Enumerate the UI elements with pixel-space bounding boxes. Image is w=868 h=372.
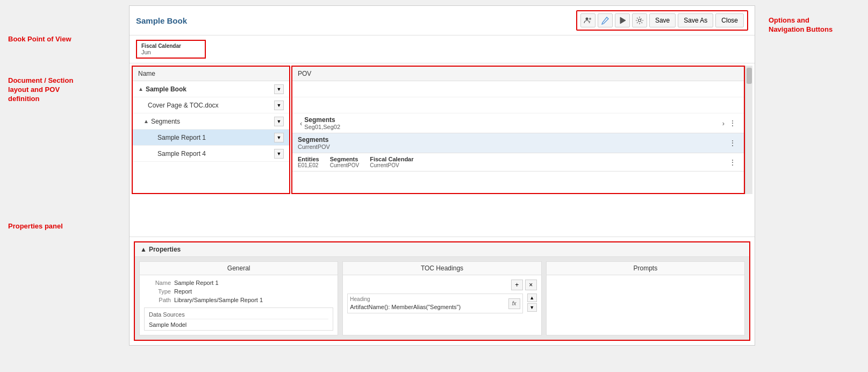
- prop-name-row: Name Sample Report 1: [144, 280, 333, 286]
- pov-segments-label-2: Segments: [298, 136, 727, 144]
- tree-item-sample-report-1: Sample Report 1: [157, 134, 206, 141]
- table-area: Name ▲ Sample Book ▼ Cover Page & TOC.do…: [132, 66, 752, 194]
- pov-segments-multi-item: Segments CurrentPOV: [330, 156, 359, 168]
- toc-heading-box: Heading ArtifactName(): MemberAlias("Seg…: [347, 294, 522, 313]
- pov-empty-row-1: [292, 81, 744, 97]
- toc-heading-row: Heading ArtifactName(): MemberAlias("Seg…: [347, 294, 536, 313]
- pov-empty-row-2: [292, 97, 744, 113]
- edit-icon-btn[interactable]: [598, 13, 613, 27]
- tree-item-segments: Segments: [151, 118, 180, 125]
- prop-type-row: Type Report: [144, 288, 333, 295]
- prop-path-row: Path Library/Samples/Sample Report 1: [144, 297, 333, 303]
- pov-segments-row-1: ‹ Segments Seg01,Seg02 › ⋮: [292, 113, 744, 133]
- pov-prev-arrow[interactable]: ‹: [298, 118, 304, 128]
- annotation-book-pov: Book Point of View: [8, 35, 116, 44]
- entities-label: Entities: [298, 156, 319, 162]
- row-dropdown-segments[interactable]: ▼: [274, 117, 284, 126]
- people-icon-btn[interactable]: [580, 13, 596, 27]
- toc-heading-label: Heading: [350, 296, 506, 302]
- tree-row[interactable]: Sample Report 4 ▼: [133, 146, 289, 162]
- row-dropdown-report1[interactable]: ▼: [274, 133, 284, 142]
- pov-value: Jun: [141, 49, 200, 55]
- gear-icon-btn[interactable]: [632, 13, 647, 27]
- pov-segments-value-2: CurrentPOV: [298, 144, 727, 150]
- pov-fiscal-multi-item: Fiscal Calendar CurrentPOV: [370, 156, 413, 168]
- pov-cell-content: Segments Seg01,Seg02: [304, 116, 720, 130]
- data-sources-label: Data Sources: [149, 310, 328, 319]
- prompts-header: Prompts: [547, 262, 744, 275]
- svg-point-0: [585, 18, 588, 20]
- properties-panel: ▲ Properties General Name Sample Report …: [134, 241, 750, 341]
- pov-label: Fiscal Calendar: [141, 43, 200, 49]
- left-annotations: Book Point of View Document / Section la…: [0, 0, 124, 372]
- type-label: Type: [144, 288, 171, 295]
- general-section: General Name Sample Report 1 Type Report…: [139, 261, 338, 335]
- main-content: Sample Book: [124, 0, 761, 372]
- pov-cell-content-2: Segments CurrentPOV: [298, 136, 727, 150]
- segments-multi-label: Segments: [330, 156, 359, 162]
- title-bar: Sample Book: [130, 6, 755, 35]
- annotation-options-nav: Options and Navigation Buttons: [769, 16, 860, 34]
- toc-up-button[interactable]: ▲: [527, 294, 537, 302]
- toc-remove-button[interactable]: ×: [525, 280, 537, 290]
- pov-segments-row-2: Segments CurrentPOV ⋮: [292, 133, 744, 153]
- name-label: Name: [144, 280, 171, 286]
- segments-multi-value: CurrentPOV: [330, 162, 359, 168]
- tree-item-cover-page: Cover Page & TOC.docx: [148, 102, 219, 109]
- name-column: Name ▲ Sample Book ▼ Cover Page & TOC.do…: [132, 66, 290, 194]
- path-label: Path: [144, 297, 171, 303]
- close-button[interactable]: Close: [715, 13, 744, 27]
- row-dropdown-report4[interactable]: ▼: [274, 149, 284, 159]
- pov-multi-cell: Entities E01,E02 Segments CurrentPOV Fis…: [298, 156, 727, 168]
- annotation-properties: Properties panel: [8, 222, 116, 231]
- data-sources-value: Sample Model: [149, 321, 328, 328]
- toc-header: TOC Headings: [343, 262, 541, 275]
- save-as-button[interactable]: Save As: [678, 13, 713, 27]
- right-annotations: Options and Navigation Buttons: [761, 0, 868, 372]
- row-dropdown-sample-book[interactable]: ▼: [274, 84, 284, 94]
- toc-body: + × Heading ArtifactName(): MemberAlias(…: [343, 275, 541, 318]
- toc-down-button[interactable]: ▼: [527, 303, 537, 312]
- general-body: Name Sample Report 1 Type Report Path Li…: [140, 275, 338, 335]
- pov-segments-value: Seg01,Seg02: [304, 124, 720, 130]
- play-icon-btn[interactable]: [615, 13, 630, 27]
- svg-point-1: [589, 18, 591, 20]
- tree-item-sample-book: Sample Book: [146, 85, 186, 93]
- pov-next-arrow[interactable]: ›: [720, 118, 727, 128]
- pov-column: POV ‹ Segments Seg01,Seg02 › ⋮: [291, 66, 745, 194]
- svg-point-3: [638, 19, 641, 22]
- toc-updown-buttons: ▲ ▼: [527, 294, 537, 312]
- pov-more-options-3[interactable]: ⋮: [727, 157, 738, 168]
- tree-arrow-segments: ▲: [144, 118, 149, 124]
- toolbar-buttons: Save Save As Close: [576, 10, 748, 31]
- pov-box[interactable]: Fiscal Calendar Jun: [136, 40, 206, 59]
- pov-more-options[interactable]: ⋮: [727, 118, 738, 128]
- tree-row[interactable]: Cover Page & TOC.docx ▼: [133, 97, 289, 113]
- pov-more-options-2[interactable]: ⋮: [727, 138, 738, 148]
- pov-area: Fiscal Calendar Jun: [130, 35, 755, 63]
- type-value: Report: [174, 288, 192, 295]
- row-dropdown-cover[interactable]: ▼: [274, 101, 284, 110]
- properties-header: ▲ Properties: [135, 242, 749, 257]
- scrollbar-thumb[interactable]: [747, 68, 752, 84]
- toc-section: TOC Headings + × Heading ArtifactName():…: [342, 261, 541, 335]
- path-value: Library/Samples/Sample Report 1: [174, 297, 263, 303]
- empty-rows-area: [130, 194, 755, 237]
- name-value: Sample Report 1: [174, 280, 219, 286]
- tree-item-sample-report-4: Sample Report 4: [157, 150, 206, 158]
- save-button[interactable]: Save: [649, 13, 676, 27]
- toc-add-button[interactable]: +: [511, 280, 523, 290]
- book-title: Sample Book: [136, 16, 187, 25]
- pov-empty-fill: [292, 171, 744, 193]
- pov-segments-label: Segments: [304, 116, 720, 124]
- tree-row[interactable]: ▲ Segments ▼: [133, 113, 289, 130]
- pov-column-header: POV: [292, 67, 744, 81]
- tree-row[interactable]: ▲ Sample Book ▼: [133, 81, 289, 97]
- toc-fx-button[interactable]: fx: [508, 298, 520, 309]
- fiscal-multi-value: CurrentPOV: [370, 162, 413, 168]
- data-sources-box: Data Sources Sample Model: [144, 307, 333, 331]
- scrollbar[interactable]: [745, 66, 752, 194]
- tree-row-selected[interactable]: Sample Report 1 ▼: [133, 130, 289, 146]
- collapse-arrow[interactable]: ▲: [140, 246, 147, 253]
- pov-entities-item: Entities E01,E02: [298, 156, 319, 168]
